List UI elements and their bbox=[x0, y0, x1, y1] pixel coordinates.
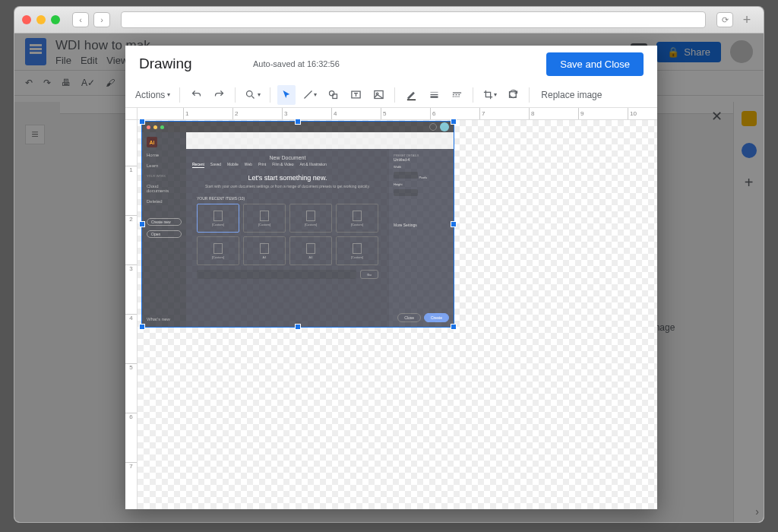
drawing-toolbar: Actions▾ ▾ ▾ ▾ Replace image bbox=[125, 82, 657, 108]
save-and-close-button[interactable]: Save and Close bbox=[546, 52, 644, 76]
ai-create-button: Create bbox=[424, 313, 449, 322]
border-color-icon[interactable] bbox=[402, 85, 420, 105]
resize-handle-se[interactable] bbox=[451, 324, 457, 330]
resize-handle-nw[interactable] bbox=[139, 119, 145, 125]
selected-image[interactable]: Ai Home Learn YOUR WORK Cloud documents … bbox=[142, 122, 454, 327]
crop-tool-icon[interactable]: ▾ bbox=[480, 85, 499, 105]
resize-handle-s[interactable] bbox=[295, 324, 301, 330]
window-controls bbox=[22, 15, 60, 24]
minimize-window-icon[interactable] bbox=[36, 15, 46, 24]
ai-avatar-icon bbox=[440, 122, 449, 131]
url-bar[interactable] bbox=[121, 11, 706, 28]
ai-close-button: Close bbox=[397, 313, 421, 322]
new-tab-button[interactable]: + bbox=[738, 12, 756, 28]
ruler-horizontal: 1 2 3 4 5 6 7 8 9 10 bbox=[138, 108, 657, 120]
autosave-status: Auto-saved at 16:32:56 bbox=[253, 59, 546, 68]
drawing-dialog: Drawing Auto-saved at 16:32:56 Save and … bbox=[125, 46, 657, 509]
ai-open: Open bbox=[147, 230, 182, 238]
browser-chrome: ‹ › ⟳ + bbox=[14, 6, 764, 33]
ai-screenshot: Ai Home Learn YOUR WORK Cloud documents … bbox=[142, 122, 454, 327]
replace-image-menu[interactable]: Replace image bbox=[536, 90, 606, 100]
ruler-vertical: 1 2 3 4 5 6 7 bbox=[125, 120, 138, 509]
back-button[interactable]: ‹ bbox=[72, 12, 89, 27]
ruler-corner bbox=[125, 108, 138, 120]
reload-button[interactable]: ⟳ bbox=[716, 12, 733, 27]
dialog-title: Drawing bbox=[139, 55, 253, 72]
image-tool-icon[interactable] bbox=[369, 85, 387, 105]
canvas-area: 1 2 3 4 5 6 7 8 9 10 1 2 3 4 5 6 7 bbox=[125, 108, 657, 509]
ai-search-input bbox=[197, 270, 356, 279]
reset-image-icon[interactable] bbox=[504, 85, 522, 105]
textbox-tool-icon[interactable] bbox=[346, 85, 365, 105]
border-dash-icon[interactable] bbox=[448, 85, 466, 105]
resize-handle-sw[interactable] bbox=[139, 324, 145, 330]
embedded-image: Ai Home Learn YOUR WORK Cloud documents … bbox=[142, 122, 454, 327]
ai-search-icon bbox=[429, 123, 437, 131]
line-tool-icon[interactable]: ▾ bbox=[300, 85, 319, 105]
select-tool-icon[interactable] bbox=[277, 85, 296, 105]
shape-tool-icon[interactable] bbox=[324, 85, 342, 105]
ai-go-button: Go bbox=[360, 270, 378, 279]
ai-logo-icon: Ai bbox=[147, 137, 157, 147]
svg-rect-6 bbox=[407, 100, 416, 100]
ai-create-new: Create new bbox=[147, 218, 182, 226]
forward-button[interactable]: › bbox=[93, 12, 110, 27]
resize-handle-e[interactable] bbox=[451, 221, 457, 227]
border-weight-icon[interactable] bbox=[425, 85, 443, 105]
resize-handle-ne[interactable] bbox=[451, 119, 457, 125]
zoom-menu[interactable]: ▾ bbox=[242, 85, 263, 105]
close-window-icon[interactable] bbox=[22, 15, 31, 24]
resize-handle-n[interactable] bbox=[295, 119, 301, 125]
ai-preset-grid: [Custom] [Custom] [Custom] [Custom] [Cus… bbox=[192, 204, 383, 265]
actions-menu[interactable]: Actions▾ bbox=[133, 85, 172, 105]
drawing-canvas[interactable]: Ai Home Learn YOUR WORK Cloud documents … bbox=[138, 120, 657, 509]
undo-icon[interactable] bbox=[187, 85, 205, 105]
resize-handle-w[interactable] bbox=[139, 221, 145, 227]
ai-tabs: RecentSavedMobile WebPrintFilm & Video A… bbox=[192, 162, 383, 168]
ai-preset-panel: PRESET DETAILS Untitled-4 Width Pixels H… bbox=[389, 149, 454, 327]
svg-point-0 bbox=[247, 91, 253, 97]
redo-icon[interactable] bbox=[210, 85, 228, 105]
dialog-header: Drawing Auto-saved at 16:32:56 Save and … bbox=[125, 46, 657, 82]
maximize-window-icon[interactable] bbox=[51, 15, 60, 24]
svg-point-1 bbox=[329, 91, 334, 96]
